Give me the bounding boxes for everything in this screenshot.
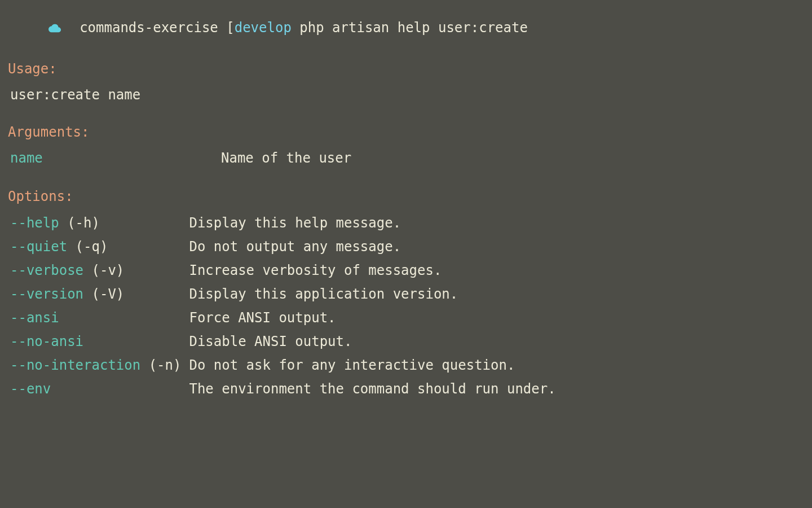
option-flag-cell: --version (-V) — [8, 282, 189, 306]
option-short: (-n) — [149, 357, 182, 373]
option-row: --no-interaction (-n)Do not ask for any … — [8, 353, 556, 377]
option-short: (-h) — [67, 215, 100, 231]
option-flag-cell: --no-interaction (-n) — [8, 353, 189, 377]
arguments-heading: Arguments: — [8, 122, 804, 142]
option-desc: Force ANSI output. — [189, 306, 555, 330]
option-desc: Increase verbosity of messages. — [189, 259, 555, 282]
usage-body: user:create name — [8, 85, 804, 105]
prompt-space — [218, 17, 226, 38]
option-flag: --quiet — [10, 239, 67, 255]
option-desc: The environment the command should run u… — [189, 377, 555, 401]
option-flag-cell: --quiet (-q) — [8, 235, 189, 259]
option-row: --verbose (-v)Increase verbosity of mess… — [8, 259, 556, 282]
argument-name-text: name — [10, 150, 43, 166]
option-flag: --no-ansi — [10, 334, 83, 349]
options-table: --help (-h)Display this help message.--q… — [8, 211, 556, 401]
option-row: --quiet (-q)Do not output any message. — [8, 235, 556, 259]
option-flag-cell: --verbose (-v) — [8, 259, 189, 282]
option-row: --help (-h)Display this help message. — [8, 211, 556, 235]
arguments-table: nameName of the user — [8, 147, 351, 169]
option-flag: --version — [10, 286, 83, 302]
option-flag: --help — [10, 215, 59, 231]
options-heading: Options: — [8, 186, 804, 207]
option-flag: --ansi — [10, 310, 59, 326]
option-flag: --verbose — [10, 262, 83, 278]
option-desc: Disable ANSI output. — [189, 330, 555, 353]
cloud-icon — [8, 2, 61, 52]
option-row: --envThe environment the command should … — [8, 377, 556, 401]
prompt-separator — [63, 17, 80, 38]
option-desc: Display this help message. — [189, 211, 555, 235]
prompt-cwd: commands-exercise — [80, 17, 218, 38]
option-row: --ansiForce ANSI output. — [8, 306, 556, 330]
option-flag-cell: --no-ansi — [8, 330, 189, 353]
argument-name: name — [8, 147, 221, 169]
prompt-branch: develop — [235, 17, 292, 38]
terminal-output: commands-exercise [ develop php artisan … — [0, 2, 812, 401]
option-row: --version (-V)Display this application v… — [8, 282, 556, 306]
option-flag: --no-interaction — [10, 357, 140, 373]
option-flag: --env — [10, 381, 51, 397]
argument-row: nameName of the user — [8, 147, 351, 169]
option-flag-cell: --env — [8, 377, 189, 401]
prompt-space2 — [292, 17, 299, 38]
option-short: (-V) — [92, 286, 125, 302]
option-row: --no-ansiDisable ANSI output. — [8, 330, 556, 353]
option-desc: Do not ask for any interactive question. — [189, 353, 555, 377]
option-desc: Do not output any message. — [189, 235, 555, 259]
usage-heading: Usage: — [8, 59, 804, 79]
prompt-line[interactable]: commands-exercise [ develop php artisan … — [8, 2, 804, 53]
option-short: (-v) — [92, 262, 125, 278]
option-short: (-q) — [76, 239, 108, 255]
argument-desc: Name of the user — [221, 147, 351, 169]
option-desc: Display this application version. — [189, 282, 555, 306]
prompt-bracket: [ — [226, 17, 234, 38]
option-flag-cell: --ansi — [8, 306, 189, 330]
command-input[interactable]: php artisan help user:create — [299, 17, 528, 38]
option-flag-cell: --help (-h) — [8, 211, 189, 235]
